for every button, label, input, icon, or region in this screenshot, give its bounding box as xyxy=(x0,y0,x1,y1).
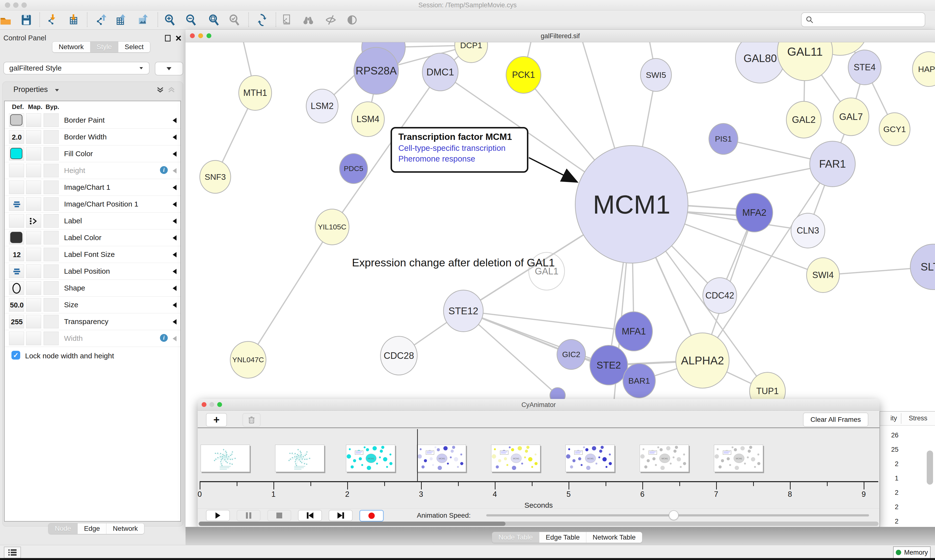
def-cell[interactable] xyxy=(9,164,24,177)
byp-cell[interactable] xyxy=(43,265,59,278)
map-cell[interactable] xyxy=(26,248,41,261)
tab-select[interactable]: Select xyxy=(118,42,150,52)
property-row[interactable]: Image/Chart Position 1 xyxy=(5,196,181,212)
table-column-ity[interactable]: ity xyxy=(879,414,897,422)
byp-cell[interactable] xyxy=(43,180,59,194)
def-cell[interactable] xyxy=(9,214,24,228)
search-box[interactable] xyxy=(801,12,925,27)
map-cell[interactable] xyxy=(26,298,41,312)
network-node-yil105c[interactable]: YIL105C xyxy=(315,209,349,245)
network-node-cdc42[interactable]: CDC42 xyxy=(702,277,737,314)
expand-row-icon[interactable] xyxy=(173,134,176,140)
network-node-mth1[interactable]: MTH1 xyxy=(238,75,272,111)
byp-cell[interactable] xyxy=(43,130,59,144)
property-row[interactable]: Label Color xyxy=(5,229,181,246)
tab-edge-table[interactable]: Edge Table xyxy=(539,532,586,543)
record-button[interactable] xyxy=(359,510,384,522)
property-row[interactable]: Fill Color xyxy=(5,146,181,162)
annotation-box[interactable]: Transcription factor MCM1 Cell-type-spec… xyxy=(390,127,528,173)
expand-row-icon[interactable] xyxy=(173,269,176,274)
expand-row-icon[interactable] xyxy=(173,286,176,291)
info-icon[interactable]: i xyxy=(160,334,168,342)
default-swatch[interactable] xyxy=(10,114,22,126)
map-cell[interactable] xyxy=(26,265,41,278)
property-row[interactable]: Width i xyxy=(5,330,181,347)
network-node-lsm2[interactable]: LSM2 xyxy=(306,89,338,123)
table-column-stress[interactable]: Stress xyxy=(909,414,927,422)
property-row[interactable]: Border Paint xyxy=(5,112,181,129)
position-icon[interactable] xyxy=(13,268,20,275)
column-divider[interactable] xyxy=(901,413,901,424)
timeline-frame-3[interactable]: MCM1 xyxy=(346,445,395,472)
map-cell[interactable] xyxy=(26,281,41,295)
property-row[interactable]: 255 Transparency xyxy=(5,313,181,330)
close-panel-icon[interactable] xyxy=(175,35,182,42)
float-panel-icon[interactable] xyxy=(165,35,171,42)
network-node-swi5[interactable]: SWI5 xyxy=(640,58,672,92)
delete-frame-button[interactable] xyxy=(242,413,261,427)
byp-cell[interactable] xyxy=(43,332,59,345)
map-cell[interactable] xyxy=(26,113,41,127)
info-icon[interactable]: i xyxy=(160,166,168,174)
cyanimator-horizontal-scrollbar[interactable] xyxy=(199,522,878,526)
expand-row-icon[interactable] xyxy=(173,151,176,157)
network-window-titlebar[interactable]: galFiltered.sif xyxy=(185,30,935,42)
network-node-dmc1[interactable]: DMC1 xyxy=(422,53,458,91)
expand-row-icon[interactable] xyxy=(173,185,176,190)
def-cell[interactable] xyxy=(9,265,24,278)
position-icon[interactable] xyxy=(13,201,20,208)
lock-size-checkbox[interactable]: ✓ xyxy=(11,351,20,360)
session-open-button[interactable] xyxy=(0,12,13,28)
expand-row-icon[interactable] xyxy=(173,118,176,123)
network-node-mfa2[interactable]: MFA2 xyxy=(736,193,773,232)
def-cell[interactable]: 12 xyxy=(9,248,24,261)
ellipse-shape-icon[interactable] xyxy=(12,283,21,294)
table-cell-value[interactable]: 26 xyxy=(879,432,898,439)
table-vertical-scrollbar[interactable] xyxy=(927,451,933,485)
play-button[interactable] xyxy=(206,510,230,521)
table-cell-value[interactable]: 25 xyxy=(879,446,898,454)
style-options-button[interactable] xyxy=(155,62,183,75)
hide-graphics-button[interactable] xyxy=(323,12,338,28)
tab-style[interactable]: Style xyxy=(90,42,118,52)
expand-row-icon[interactable] xyxy=(173,202,176,207)
tab-node-table[interactable]: Node Table xyxy=(492,532,539,543)
tab-node[interactable]: Node xyxy=(48,523,78,534)
table-cell-value[interactable]: 1 xyxy=(879,475,898,482)
map-cell[interactable] xyxy=(26,164,41,177)
cyanimator-timeline[interactable]: 0123456789MCM1MCM1MCM1MCM1MCM1MCM1 Secon… xyxy=(198,428,879,508)
collapse-all-icon[interactable] xyxy=(167,86,176,94)
def-cell[interactable] xyxy=(9,332,24,345)
network-node-gal2[interactable]: GAL2 xyxy=(786,101,822,138)
layout-refresh-button[interactable] xyxy=(255,12,271,28)
byp-cell[interactable] xyxy=(43,113,59,127)
zoom-selected-button[interactable] xyxy=(227,12,242,28)
search-input[interactable] xyxy=(814,15,920,24)
network-node-swi4[interactable]: SWI4 xyxy=(806,257,840,293)
network-node-mfa1[interactable]: MFA1 xyxy=(615,311,653,351)
table-cell-value[interactable]: 2 xyxy=(879,489,898,497)
timeline-playhead[interactable] xyxy=(417,429,418,482)
network-node-cdc28[interactable]: CDC28 xyxy=(380,336,418,375)
property-row[interactable]: 50.0 Size xyxy=(5,297,181,313)
import-table-button[interactable] xyxy=(66,12,82,28)
cyanimator-titlebar[interactable]: CyAnimator xyxy=(198,399,879,411)
def-cell[interactable] xyxy=(9,180,24,194)
scrollbar-thumb[interactable] xyxy=(199,522,506,526)
def-cell[interactable] xyxy=(9,147,24,160)
timeline-frame-2[interactable] xyxy=(275,445,324,472)
default-swatch[interactable] xyxy=(10,148,22,159)
map-cell[interactable] xyxy=(26,197,41,211)
annotation-link[interactable]: Pheromone response xyxy=(398,154,527,163)
timeline-frame-1[interactable] xyxy=(201,445,250,472)
expand-row-icon[interactable] xyxy=(173,235,176,241)
def-cell[interactable] xyxy=(9,281,24,295)
network-node-gcy1[interactable]: GCY1 xyxy=(879,112,910,146)
export-network-button[interactable] xyxy=(94,12,110,28)
show-graphics-button[interactable] xyxy=(344,12,360,28)
passthrough-mapping-icon[interactable] xyxy=(29,217,38,225)
tab-network-table[interactable]: Network Table xyxy=(586,532,642,543)
timeline-frame-8[interactable]: MCM1 xyxy=(714,445,763,472)
table-cell-value[interactable]: 2 xyxy=(879,503,898,511)
timeline-frame-5[interactable]: MCM1 xyxy=(491,445,540,472)
